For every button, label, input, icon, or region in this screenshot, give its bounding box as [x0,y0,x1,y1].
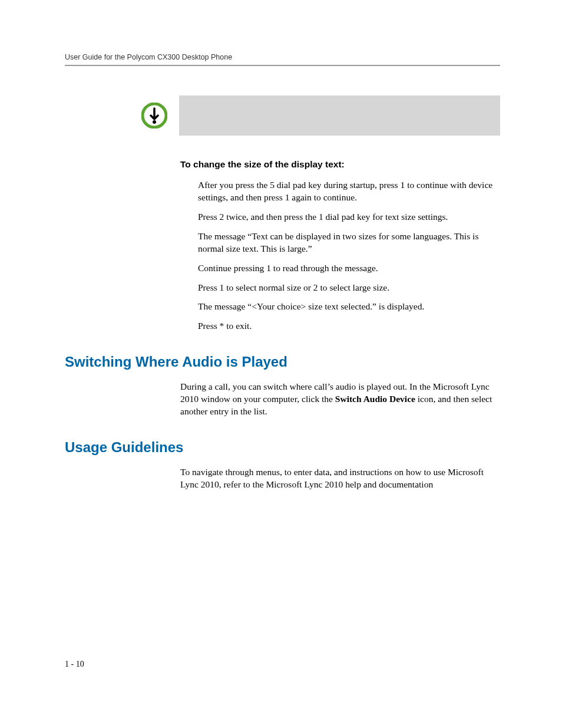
svg-point-1 [153,120,156,124]
section-text-pre: To navigate through menus, to enter data… [180,467,484,489]
procedure-step: Continue pressing 1 to read through the … [198,262,500,275]
section-heading: Switching Where Audio is Played [65,354,500,370]
section-body: To navigate through menus, to enter data… [180,466,500,491]
procedure-step: Press * to exit. [198,320,500,332]
header-rule [65,65,500,66]
page-content: User Guide for the Polycom CX300 Desktop… [0,0,562,532]
section-text-bold: Switch Audio Device [335,394,415,404]
procedure-step: Press 1 to select normal size or 2 to se… [198,282,500,294]
callout-row [141,95,500,136]
tip-icon [141,103,167,129]
running-header: User Guide for the Polycom CX300 Desktop… [65,53,500,65]
procedure-step: The message “<Your choice> size text sel… [198,301,500,313]
procedure-title: To change the size of the display text: [180,159,500,170]
procedure-step: After you press the 5 dial pad key durin… [198,179,500,204]
procedure-step: The message “Text can be displayed in tw… [198,230,500,255]
page-number: 1 - 10 [65,660,84,669]
callout-box [179,95,500,136]
section-heading: Usage Guidelines [65,439,500,456]
procedure-step: Press 2 twice, and then press the 1 dial… [198,211,500,223]
section-body: During a call, you can switch where call… [180,381,500,418]
